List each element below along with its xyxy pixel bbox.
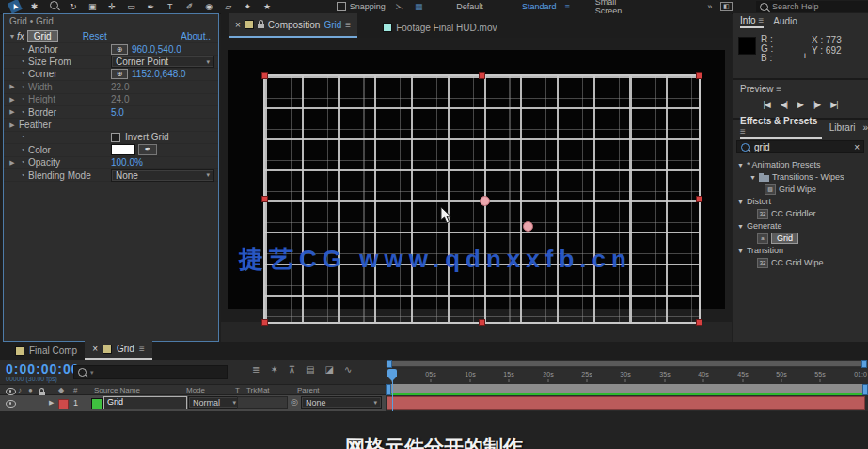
handle-bottom-center[interactable] bbox=[479, 319, 485, 326]
brush-tool[interactable]: ✐ bbox=[184, 1, 196, 12]
panel-menu-icon[interactable]: ≡ bbox=[740, 126, 746, 136]
next-frame-button[interactable]: |▶ bbox=[813, 100, 820, 109]
number-column-header[interactable]: # bbox=[73, 386, 77, 394]
composition-viewer[interactable]: 捷艺CG www.qdnxxfb.cn ⊟ ▢ (66.7%)▾ ⊞ ▱ 0:0… bbox=[221, 38, 732, 322]
panel-overflow-icon[interactable]: » bbox=[862, 122, 868, 133]
pen-tool[interactable]: ✒ bbox=[145, 1, 156, 12]
workspace-default[interactable]: Default bbox=[456, 2, 483, 11]
tree-generate[interactable]: ▼Generate bbox=[737, 220, 781, 232]
effect-name[interactable]: Grid bbox=[27, 30, 58, 42]
stopwatch-icon[interactable]: ◔ bbox=[17, 108, 28, 117]
point-picker-icon[interactable]: ⊕ bbox=[111, 69, 128, 79]
panel-menu-icon[interactable]: ≡ bbox=[776, 84, 781, 94]
selection-tool[interactable]: ➤ bbox=[8, 0, 23, 14]
shy-layers-icon[interactable]: ⊼ bbox=[289, 364, 295, 375]
comp-flowchart-icon[interactable]: ≣ bbox=[252, 364, 260, 375]
trkmat-dropdown[interactable] bbox=[237, 396, 288, 409]
anchor-value[interactable]: 960.0,540.0 bbox=[132, 44, 181, 55]
workspace-overflow-icon[interactable]: » bbox=[707, 2, 712, 11]
expander-icon[interactable]: ▶ bbox=[8, 121, 17, 129]
expander-icon[interactable]: ▶ bbox=[8, 83, 17, 90]
clone-stamp-tool[interactable]: ◉ bbox=[203, 1, 214, 12]
tree-distort[interactable]: ▼Distort bbox=[737, 196, 771, 207]
play-button[interactable]: ▶ bbox=[797, 100, 803, 109]
effects-search-field[interactable]: grid × bbox=[736, 140, 864, 153]
nav-end-handle[interactable] bbox=[861, 360, 867, 368]
timeline-navigator-bar[interactable] bbox=[386, 361, 868, 367]
layer-mode-dropdown[interactable]: Normal▾ bbox=[188, 396, 241, 409]
shape-tool[interactable]: ▭ bbox=[126, 1, 137, 12]
snap-grid-icon[interactable]: ▦ bbox=[413, 1, 424, 12]
grid-effect-layer[interactable] bbox=[263, 74, 701, 324]
eyedropper-icon[interactable]: ✒ bbox=[138, 144, 157, 155]
stopwatch-icon[interactable]: ◔ bbox=[17, 45, 28, 54]
layer-parent-dropdown[interactable]: None▾ bbox=[301, 396, 382, 409]
handle-top-center[interactable] bbox=[479, 72, 485, 79]
source-name-column-header[interactable]: Source Name bbox=[94, 386, 140, 394]
pan-behind-tool[interactable]: ✛ bbox=[106, 1, 118, 12]
search-help-field[interactable]: Search Help bbox=[756, 1, 868, 12]
reset-link[interactable]: Reset bbox=[83, 31, 107, 41]
color-swatch[interactable] bbox=[111, 144, 135, 155]
playhead[interactable] bbox=[387, 369, 397, 377]
close-icon[interactable]: × bbox=[92, 344, 98, 354]
tree-transitions-wipes[interactable]: ▼Transitions - Wipes bbox=[750, 171, 844, 183]
tab-grid-comp[interactable]: × Grid ≡ bbox=[85, 340, 152, 360]
layer-visibility-toggle[interactable] bbox=[6, 400, 16, 408]
workspace-standard[interactable]: Standard bbox=[522, 2, 557, 11]
t-column-header[interactable]: T bbox=[235, 386, 240, 394]
zoom-tool[interactable] bbox=[48, 1, 59, 12]
snapping-checkbox[interactable] bbox=[337, 2, 346, 11]
size-from-dropdown[interactable]: Corner Point▾ bbox=[111, 56, 214, 68]
tree-grid-effect[interactable]: a Grid bbox=[757, 233, 798, 244]
expander-icon[interactable]: ▶ bbox=[8, 96, 17, 104]
rotation-tool[interactable]: ↻ bbox=[68, 1, 79, 12]
last-frame-button[interactable]: ▶| bbox=[830, 100, 837, 109]
tab-footage[interactable]: Footage Final HUD.mov bbox=[376, 17, 503, 38]
stopwatch-icon[interactable]: ◔ bbox=[17, 133, 28, 141]
expander-icon[interactable]: ▼ bbox=[8, 33, 17, 40]
nav-start-handle[interactable] bbox=[387, 360, 392, 368]
roto-brush-tool[interactable]: ✦ bbox=[243, 1, 254, 12]
tab-composition[interactable]: × Composition Grid ≡ bbox=[229, 13, 357, 38]
stopwatch-icon[interactable]: ◔ bbox=[17, 158, 28, 167]
tab-audio[interactable]: Audio bbox=[773, 16, 797, 26]
draft-3d-icon[interactable]: ✶ bbox=[270, 364, 277, 375]
stopwatch-icon[interactable]: ◔ bbox=[17, 70, 28, 78]
trkmat-column-header[interactable]: TrkMat bbox=[246, 386, 270, 394]
tree-grid-wipe-preset[interactable]: ▧Grid Wipe bbox=[765, 184, 816, 195]
tree-transition[interactable]: ▼Transition bbox=[737, 245, 783, 256]
about-link[interactable]: About.. bbox=[181, 31, 211, 41]
graph-editor-icon[interactable]: ∿ bbox=[344, 364, 352, 375]
tree-animation-presets[interactable]: ▼* Animation Presets bbox=[737, 159, 820, 170]
stopwatch-icon[interactable]: ◔ bbox=[17, 57, 28, 66]
workspace-menu-icon[interactable]: ≡ bbox=[564, 2, 569, 11]
mode-column-header[interactable]: Mode bbox=[186, 386, 205, 394]
clear-search-icon[interactable]: × bbox=[854, 142, 860, 152]
tab-effects-presets[interactable]: Effects & Presets ≡ bbox=[740, 116, 822, 139]
handle-top-left[interactable] bbox=[261, 72, 268, 79]
layer-duration-bar[interactable] bbox=[387, 396, 865, 410]
handle-mid-left[interactable] bbox=[261, 196, 268, 202]
border-value[interactable]: 5.0 bbox=[111, 107, 124, 118]
tab-final-comp[interactable]: Final Comp bbox=[8, 342, 85, 360]
prev-frame-button[interactable]: ◀| bbox=[781, 100, 787, 109]
motion-blur-icon[interactable]: ◪ bbox=[325, 364, 334, 375]
tab-libraries[interactable]: Librari bbox=[829, 122, 856, 133]
corner-value[interactable]: 1152.0,648.0 bbox=[132, 69, 186, 79]
solo-column-icon[interactable]: ● bbox=[28, 386, 33, 394]
snapping-toggle[interactable]: Snapping bbox=[337, 2, 386, 11]
layer-row[interactable]: ▶ 1 Grid Normal▾ ◎ None▾ bbox=[0, 395, 386, 411]
label-column-icon[interactable]: ◆ bbox=[58, 386, 64, 394]
current-timecode[interactable]: 0:00:00:00 bbox=[6, 361, 80, 377]
handle-bottom-right[interactable] bbox=[696, 319, 702, 326]
layer-expander-icon[interactable]: ▶ bbox=[49, 399, 54, 407]
time-ruler[interactable]: 0s 05s 10s 15s 20s 25s 30s 35s 40s 45s 5… bbox=[386, 369, 868, 385]
blending-mode-dropdown[interactable]: None▾ bbox=[111, 169, 214, 182]
layer-label-chip[interactable] bbox=[58, 399, 69, 409]
expander-icon[interactable]: ▶ bbox=[8, 159, 17, 167]
tree-cc-grid-wipe[interactable]: 32CC Grid Wipe bbox=[757, 257, 824, 268]
work-area-start-handle[interactable] bbox=[386, 384, 391, 395]
handle-bottom-left[interactable] bbox=[261, 319, 268, 326]
panel-menu-icon[interactable]: ≡ bbox=[139, 344, 145, 354]
